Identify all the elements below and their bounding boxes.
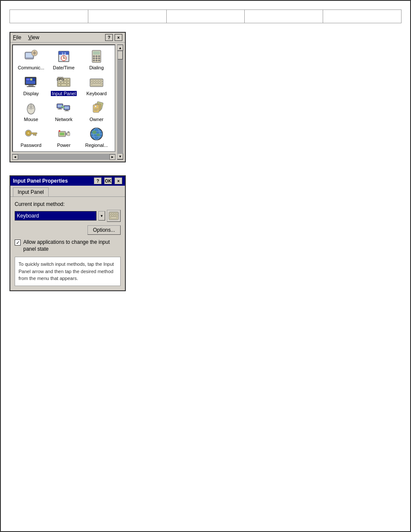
cp-scroll-right[interactable]: ► — [109, 154, 115, 160]
svg-rect-55 — [101, 82, 103, 83]
ipp-tab-input-panel[interactable]: Input Panel — [13, 187, 49, 196]
svg-rect-17 — [93, 58, 95, 59]
svg-rect-39 — [58, 84, 60, 86]
ipp-select-arrow[interactable]: ▼ — [98, 211, 105, 221]
toolbar-cell-2 — [88, 10, 167, 23]
cp-help-button[interactable]: ? — [105, 34, 113, 41]
toolbar-cell-3 — [167, 10, 245, 23]
svg-rect-87 — [67, 132, 70, 136]
top-toolbar — [9, 9, 402, 23]
svg-point-72 — [63, 107, 65, 109]
svg-rect-53 — [96, 82, 98, 83]
svg-rect-52 — [93, 82, 95, 83]
svg-rect-13 — [93, 51, 100, 55]
cp-window-inner: Communic... 1:2 — [10, 43, 125, 162]
communic-icon — [23, 49, 39, 64]
keyboard-label: Keyboard — [85, 91, 107, 96]
cp-item-keyboard[interactable]: Keyboard — [81, 74, 112, 97]
cp-menu-file[interactable]: File — [13, 34, 21, 40]
ipp-close-button[interactable]: × — [115, 177, 122, 184]
cp-item-communic[interactable]: Communic... — [16, 48, 47, 71]
svg-rect-47 — [93, 80, 95, 81]
ipp-title: Input Panel Properties — [13, 178, 91, 184]
inputpanel-icon: DFG 696 — [56, 75, 72, 90]
ipp-allow-label: Allow applications to change the input p… — [23, 239, 121, 252]
cp-item-owner[interactable]: Owner — [81, 100, 112, 123]
svg-rect-50 — [101, 80, 103, 81]
ipp-options-row: Options... — [15, 225, 121, 235]
keyboard-icon — [89, 75, 104, 90]
svg-rect-38 — [67, 81, 69, 83]
cp-item-dialing[interactable]: Dialing — [81, 48, 112, 71]
cp-vscroll-up[interactable]: ▲ — [117, 45, 123, 51]
svg-rect-14 — [93, 56, 95, 57]
ipp-keyboard-select[interactable]: Keyboard — [15, 211, 97, 221]
ipp-allow-checkbox[interactable]: ✓ — [15, 240, 21, 246]
datetime-label: Date/Time — [52, 65, 75, 70]
cp-item-mouse[interactable]: Mouse — [16, 100, 47, 123]
svg-rect-48 — [96, 80, 98, 81]
cp-vscroll-down[interactable]: ▼ — [117, 153, 123, 159]
cp-item-display[interactable]: Display — [16, 74, 47, 97]
cp-item-regional[interactable]: Regional... — [81, 125, 112, 149]
display-icon — [23, 75, 39, 90]
svg-rect-29 — [30, 78, 32, 81]
ipp-checkbox-row: ✓ Allow applications to change the input… — [15, 239, 121, 252]
svg-point-79 — [25, 130, 31, 136]
owner-label: Owner — [89, 117, 104, 122]
ipp-options-button[interactable]: Options... — [87, 225, 121, 235]
regional-label: Regional... — [84, 143, 109, 148]
network-label: Network — [54, 117, 73, 122]
cp-icon-grid: Communic... 1:2 — [12, 44, 115, 152]
svg-point-90 — [59, 130, 60, 132]
toolbar-cell-5 — [323, 10, 401, 23]
svg-text:1:2: 1:2 — [62, 52, 66, 55]
cp-item-inputpanel[interactable]: DFG 696 Input Panel — [48, 74, 79, 97]
cp-item-network[interactable]: Network — [48, 100, 79, 123]
cp-title-buttons: ? × — [105, 34, 122, 41]
svg-point-60 — [31, 106, 34, 109]
svg-point-59 — [28, 106, 31, 109]
svg-rect-16 — [98, 56, 100, 57]
svg-rect-27 — [27, 86, 35, 87]
cp-main: Communic... 1:2 — [10, 43, 117, 162]
svg-point-71 — [61, 106, 63, 107]
ipp-ok-button[interactable]: OK — [104, 177, 112, 184]
ipp-keyboard-icon[interactable] — [107, 210, 121, 222]
cp-vscroll-track — [117, 51, 123, 153]
ipp-input-row: Keyboard ▼ — [15, 210, 121, 222]
cp-vscroll-thumb[interactable] — [118, 51, 123, 59]
power-icon — [56, 126, 72, 142]
svg-rect-34 — [67, 79, 69, 81]
ipp-tab-row: Input Panel — [10, 186, 125, 197]
toolbar-cell-4 — [245, 10, 323, 23]
svg-rect-54 — [99, 82, 100, 83]
svg-rect-37 — [64, 81, 66, 83]
owner-icon — [89, 100, 104, 116]
cp-item-password[interactable]: Password — [16, 125, 47, 149]
svg-rect-104 — [112, 215, 113, 216]
cp-hscrollbar: ◄ ► — [12, 154, 115, 160]
svg-point-96 — [92, 131, 97, 134]
cp-item-power[interactable]: Power — [48, 125, 79, 149]
input-panel-properties-window: Input Panel Properties ? OK × Input Pane… — [9, 175, 126, 291]
regional-icon — [89, 126, 104, 142]
svg-rect-106 — [116, 215, 118, 216]
svg-point-97 — [97, 134, 100, 136]
cp-scroll-left[interactable]: ◄ — [12, 154, 18, 160]
svg-rect-65 — [58, 109, 62, 109]
cp-menu-view[interactable]: View — [28, 34, 39, 40]
svg-rect-46 — [91, 80, 93, 81]
control-panel-window: File View ? × — [9, 32, 126, 162]
datetime-icon: 1:2 — [56, 49, 72, 64]
svg-rect-35 — [58, 81, 60, 83]
ipp-help-button[interactable]: ? — [94, 177, 102, 184]
communic-label: Communic... — [17, 65, 45, 70]
cp-item-datetime[interactable]: 1:2 Date/Time — [48, 48, 79, 71]
svg-rect-22 — [98, 60, 100, 61]
svg-rect-86 — [60, 133, 64, 135]
network-icon — [56, 100, 72, 116]
ipp-titlebar: Input Panel Properties ? OK × — [10, 176, 125, 186]
svg-text:696: 696 — [58, 77, 63, 80]
cp-close-button[interactable]: × — [115, 34, 122, 41]
